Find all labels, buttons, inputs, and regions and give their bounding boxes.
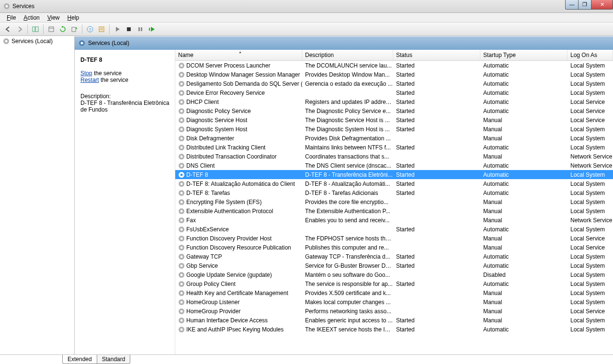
table-row[interactable]: Desktop Window Manager Session ManagerPr… [175, 70, 613, 79]
show-hide-tree-button[interactable] [30, 24, 41, 34]
list-body[interactable]: DCOM Server Process LauncherThe DCOMLAUN… [175, 61, 613, 354]
table-row[interactable]: Distributed Link Tracking ClientMaintain… [175, 143, 613, 152]
table-row[interactable]: Human Interface Device AccessEnables gen… [175, 316, 613, 325]
tab-extended[interactable]: Extended [62, 355, 97, 364]
table-row[interactable]: FsUsbExServiceStartedAutomaticLocal Syst… [175, 225, 613, 234]
column-startup-type[interactable]: Startup Type [480, 50, 568, 60]
cell-startup: Manual [480, 135, 568, 142]
toolbar: ? [0, 23, 613, 36]
column-description[interactable]: Description [302, 50, 393, 60]
menu-view[interactable]: View [44, 13, 64, 22]
stop-service-line: Stop the service [80, 70, 170, 77]
cell-name: HomeGroup Provider [175, 308, 302, 315]
table-row[interactable]: Diagnostic System HostThe Diagnostic Sys… [175, 125, 613, 134]
menu-help[interactable]: Help [64, 13, 83, 22]
menu-action[interactable]: Action [20, 13, 43, 22]
cell-name: Health Key and Certificate Management [175, 290, 302, 296]
table-row[interactable]: Google Update Service (gupdate)Mantém o … [175, 270, 613, 279]
refresh-button[interactable] [57, 24, 68, 34]
column-name[interactable]: Name▲ [175, 50, 302, 60]
menu-file[interactable]: File [3, 13, 20, 22]
table-row[interactable]: IKE and AuthIP IPsec Keying ModulesThe I… [175, 325, 613, 334]
table-row[interactable]: D-TEF 8: Atualização Automática do Clien… [175, 179, 613, 188]
gear-icon [178, 235, 185, 242]
restart-link[interactable]: Restart [80, 77, 99, 83]
toolbar-button[interactable] [96, 24, 107, 34]
cell-startup: Manual [480, 308, 568, 315]
table-row[interactable]: HomeGroup ProviderPerforms networking ta… [175, 307, 613, 316]
svg-point-39 [181, 146, 183, 148]
cell-startup: Automatic [480, 90, 568, 96]
cell-name: D-TEF 8: Tarefas [175, 190, 302, 196]
cell-status: Started [393, 281, 480, 287]
table-row[interactable]: DNS ClientThe DNS Client service (dnscac… [175, 161, 613, 170]
minimize-button[interactable]: — [565, 0, 579, 10]
properties-button[interactable] [46, 24, 57, 34]
tab-standard[interactable]: Standard [97, 355, 131, 364]
close-button[interactable]: ✕ [591, 0, 613, 10]
table-row[interactable]: Group Policy ClientThe service is respon… [175, 279, 613, 288]
forward-button[interactable] [14, 24, 25, 34]
restart-service-button[interactable] [147, 24, 157, 34]
cell-status: Started [393, 99, 480, 105]
column-status[interactable]: Status [393, 50, 480, 60]
pause-service-button[interactable] [135, 24, 146, 34]
table-row[interactable]: DCOM Server Process LauncherThe DCOMLAUN… [175, 61, 613, 70]
maximize-button[interactable]: ❐ [578, 0, 591, 10]
cell-startup: Automatic [480, 181, 568, 187]
table-row[interactable]: Health Key and Certificate ManagementPro… [175, 288, 613, 297]
table-row[interactable]: DHCP ClientRegisters and updates IP addr… [175, 97, 613, 106]
cell-description: The service is responsible for ap... [302, 281, 393, 287]
cell-logon: Local Service [568, 308, 613, 315]
cell-description: Service for G-Buster Browser De... [302, 262, 393, 269]
cell-status: Started [393, 62, 480, 69]
table-row[interactable]: Function Discovery Resource PublicationP… [175, 243, 613, 252]
cell-logon: Local System [568, 262, 613, 269]
cell-description: Gerencia o estado da execução ... [302, 80, 393, 87]
description-text: D-TEF 8 - Transferência Eletrônica de Fu… [80, 100, 170, 113]
stop-link[interactable]: Stop [80, 70, 92, 77]
stop-service-button[interactable] [124, 24, 134, 34]
menubar: File Action View Help [0, 13, 613, 23]
table-row[interactable]: FaxEnables you to send and receiv...Manu… [175, 216, 613, 225]
cell-name: DCOM Server Process Launcher [175, 62, 302, 69]
cell-description: Publishes this computer and re... [302, 244, 393, 251]
table-row[interactable]: Extensible Authentication ProtocolThe Ex… [175, 206, 613, 216]
table-row[interactable]: Disk DefragmenterProvides Disk Defragmen… [175, 134, 613, 143]
table-row[interactable]: Desligamento Sob Demanda do SQL Server (… [175, 79, 613, 88]
cell-name: Desligamento Sob Demanda do SQL Server (… [175, 80, 302, 87]
table-row[interactable]: Encrypting File System (EFS)Provides the… [175, 197, 613, 206]
table-row[interactable]: HomeGroup ListenerMakes local computer c… [175, 297, 613, 307]
table-row[interactable]: Distributed Transaction CoordinatorCoord… [175, 152, 613, 161]
gear-icon [79, 40, 85, 46]
cell-status: Started [393, 80, 480, 87]
column-log-on-as[interactable]: Log On As [568, 50, 613, 60]
cell-logon: Local System [568, 199, 613, 205]
table-row[interactable]: Gbp ServiceService for G-Buster Browser … [175, 261, 613, 270]
tree-item-services-local[interactable]: Services (Local) [0, 36, 74, 46]
cell-description: Provides Disk Defragmentation ... [302, 135, 393, 142]
table-row[interactable]: Device Error Recovery ServiceStartedAuto… [175, 88, 613, 97]
export-button[interactable] [69, 24, 79, 34]
cell-logon: Local Service [568, 244, 613, 251]
table-row[interactable]: D-TEF 8: TarefasD-TEF 8 - Tarefas Adicio… [175, 188, 613, 197]
svg-rect-2 [33, 27, 35, 32]
table-row[interactable]: Function Discovery Provider HostThe FDPH… [175, 234, 613, 243]
back-button[interactable] [3, 24, 13, 34]
cell-logon: Network Service [568, 162, 613, 169]
table-row[interactable]: Gateway TCPGateway TCP - Transferência d… [175, 252, 613, 261]
table-row[interactable]: Diagnostic Service HostThe Diagnostic Se… [175, 115, 613, 125]
service-list: Name▲ Description Status Startup Type Lo… [175, 50, 613, 354]
tab-strip: Extended Standard [0, 354, 613, 364]
start-service-button[interactable] [112, 24, 123, 34]
cell-logon: Network Service [568, 217, 613, 224]
gear-icon [178, 181, 185, 187]
gear-icon [178, 80, 185, 87]
help-button[interactable]: ? [85, 24, 95, 34]
table-row[interactable]: Diagnostic Policy ServiceThe Diagnostic … [175, 106, 613, 115]
cell-startup: Manual [480, 290, 568, 296]
table-row[interactable]: D-TEF 8D-TEF 8 - Transferência Eletrôni.… [175, 170, 613, 179]
cell-startup: Manual [480, 317, 568, 324]
cell-name: Human Interface Device Access [175, 317, 302, 324]
svg-point-31 [181, 110, 183, 112]
